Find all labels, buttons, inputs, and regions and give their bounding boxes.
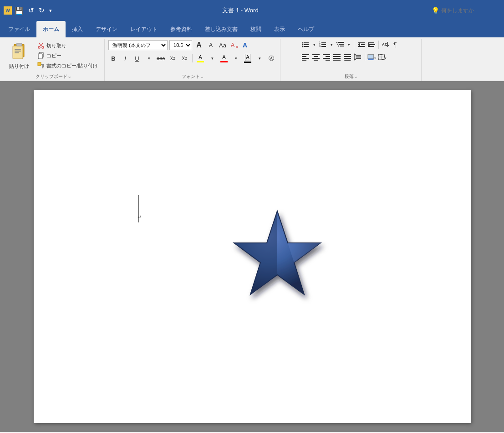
multilevel-dropdown[interactable]: ▾ <box>346 40 351 49</box>
paste-button[interactable]: 貼り付け <box>5 40 33 72</box>
font-color-black[interactable]: A <box>243 54 253 63</box>
strikethrough-button[interactable]: abc <box>156 53 166 63</box>
tab-home[interactable]: ホーム <box>36 21 66 37</box>
increase-indent-button[interactable] <box>367 40 376 49</box>
distributed-button[interactable] <box>343 52 352 62</box>
svg-rect-65 <box>368 55 374 59</box>
font-expand-icon[interactable]: ⌵ <box>201 74 203 79</box>
svg-rect-25 <box>338 42 344 43</box>
justify-button[interactable] <box>332 52 341 62</box>
cursor-arrow: ↵ <box>137 214 142 220</box>
format-painter-button[interactable]: 書式のコピー/貼り付け <box>35 61 101 70</box>
svg-rect-66 <box>368 59 374 60</box>
font-grow-button[interactable]: A <box>194 40 204 50</box>
undo-redo-group: ↺ ↻ ▾ <box>26 5 54 15</box>
clipboard-group-label: クリップボード ⌵ <box>5 72 101 80</box>
save-button[interactable]: 💾 <box>15 6 24 15</box>
align-left-button[interactable] <box>301 52 310 62</box>
clipboard-expand-icon[interactable]: ⌵ <box>68 74 71 79</box>
tab-view[interactable]: 表示 <box>268 21 291 37</box>
tab-layout[interactable]: レイアウト <box>124 21 164 37</box>
font-size-select[interactable]: 10.5 <box>169 40 192 50</box>
line-spacing-button[interactable] <box>353 52 362 62</box>
tab-design[interactable]: デザイン <box>89 21 124 37</box>
text-border-dropdown[interactable]: ▾ <box>255 53 265 63</box>
bullets-button[interactable] <box>301 40 310 49</box>
font-case-button[interactable]: Aa <box>218 40 228 50</box>
ribbon: 貼り付け 切り取り コピー 書式のコピー/貼り付け クリップボード ⌵ <box>0 37 504 81</box>
svg-text:✕: ✕ <box>235 45 238 49</box>
decrease-indent-button[interactable] <box>356 40 366 49</box>
clipboard-sub: 切り取り コピー 書式のコピー/貼り付け <box>35 40 101 70</box>
copy-label: コピー <box>46 52 61 59</box>
paragraph-group-label: 段落 ⌵ <box>284 72 417 80</box>
svg-rect-52 <box>333 54 341 55</box>
font-content: 游明朝 (本文のフ 10.5 A A Aa A✕ A B I U ▾ <box>108 40 276 72</box>
svg-rect-51 <box>326 60 330 61</box>
sort-button[interactable]: AZ <box>381 40 390 49</box>
highlight-dropdown[interactable]: ▾ <box>207 53 217 63</box>
svg-rect-58 <box>344 58 351 59</box>
border-button[interactable]: ▾ <box>378 52 387 62</box>
undo-button[interactable]: ↺ <box>26 5 36 15</box>
italic-button[interactable]: I <box>120 53 130 63</box>
tab-insert[interactable]: 挿入 <box>66 21 89 37</box>
svg-rect-41 <box>302 56 306 57</box>
align-right-button[interactable] <box>322 52 331 62</box>
font-color-dropdown[interactable]: ▾ <box>231 53 241 63</box>
show-paragraph-button[interactable]: ¶ <box>392 40 401 49</box>
para-content: ▾ 1.2.3. ▾ ▾ AZ <box>301 40 401 72</box>
numbering-button[interactable]: 1.2.3. <box>318 40 327 49</box>
font-color-highlight[interactable]: A <box>195 54 205 62</box>
whatdo-input[interactable] <box>441 7 500 14</box>
copy-button[interactable]: コピー <box>35 51 101 60</box>
tab-references[interactable]: 参考資料 <box>164 21 199 37</box>
underline-dropdown[interactable]: ▾ <box>144 53 154 63</box>
font-color-red[interactable]: A <box>219 54 229 62</box>
tab-mailings[interactable]: 差し込み文書 <box>199 21 244 37</box>
document-page[interactable]: ↵ <box>34 90 471 423</box>
svg-rect-54 <box>333 58 341 59</box>
text-effects-button[interactable]: A <box>241 40 251 50</box>
svg-rect-55 <box>333 60 341 61</box>
svg-rect-37 <box>368 46 374 47</box>
svg-text:▾: ▾ <box>374 56 376 60</box>
tab-file[interactable]: ファイル <box>2 21 36 37</box>
paste-icon <box>10 42 28 62</box>
font-family-select[interactable]: 游明朝 (本文のフ <box>108 40 168 50</box>
multilevel-button[interactable] <box>336 40 345 49</box>
superscript-button[interactable]: X2 <box>179 53 189 63</box>
svg-rect-42 <box>302 58 309 59</box>
subscript-button[interactable]: X2 <box>168 53 178 63</box>
tab-help[interactable]: ヘルプ <box>291 21 321 37</box>
shading-button[interactable]: ▾ <box>367 52 377 62</box>
tab-review[interactable]: 校閲 <box>244 21 268 37</box>
cut-button[interactable]: 切り取り <box>35 41 101 50</box>
svg-rect-56 <box>344 54 351 55</box>
lightbulb-icon: 💡 <box>432 7 439 14</box>
svg-rect-2 <box>16 43 22 46</box>
para-row2: ▾ ▾ <box>301 52 387 62</box>
numbering-dropdown[interactable]: ▾ <box>329 40 334 49</box>
redo-button[interactable]: ↻ <box>37 5 46 15</box>
underline-button[interactable]: U <box>132 53 142 63</box>
svg-rect-4 <box>15 51 21 52</box>
svg-text:¶: ¶ <box>393 41 397 48</box>
star-svg <box>211 206 343 334</box>
circle-text-button[interactable]: Ⓐ <box>266 53 276 63</box>
text-cursor: ↵ <box>132 195 145 222</box>
bullets-dropdown[interactable]: ▾ <box>311 40 317 49</box>
quick-access-more[interactable]: ▾ <box>47 7 54 15</box>
para-sep2 <box>378 41 379 49</box>
align-center-button[interactable] <box>311 52 321 62</box>
font-shrink-button[interactable]: A <box>206 40 216 50</box>
svg-rect-17 <box>304 46 309 47</box>
paragraph-expand-icon[interactable]: ⌵ <box>355 74 357 79</box>
font-row1: 游明朝 (本文のフ 10.5 A A Aa A✕ A <box>108 40 251 50</box>
bold-button[interactable]: B <box>108 53 118 63</box>
font-group: 游明朝 (本文のフ 10.5 A A Aa A✕ A B I U ▾ <box>105 39 280 81</box>
clear-formatting-button[interactable]: A✕ <box>229 40 239 50</box>
document-title: 文書 1 - Word <box>222 6 258 15</box>
svg-marker-30 <box>358 43 360 46</box>
svg-rect-59 <box>345 60 350 61</box>
